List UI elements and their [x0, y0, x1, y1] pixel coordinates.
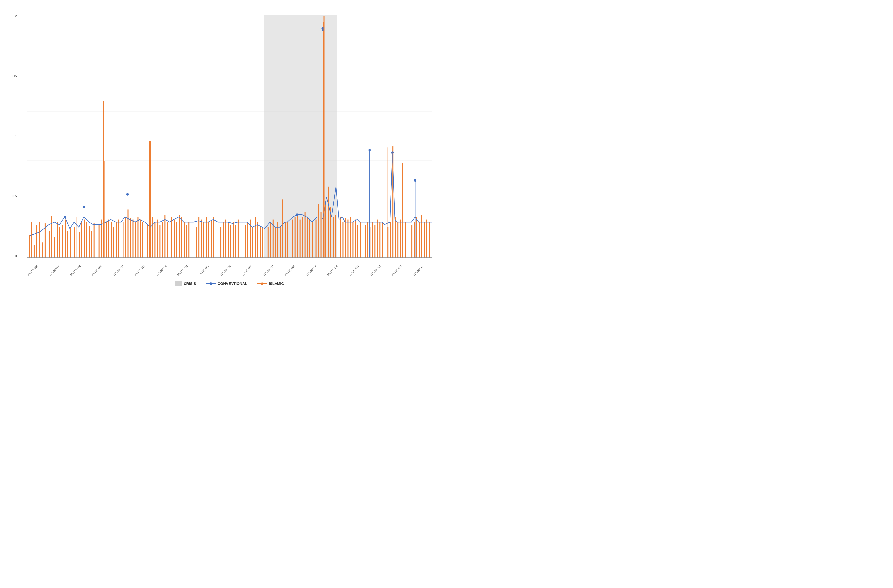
- x-label-2009: 27/12/2009: [305, 260, 321, 276]
- x-label-1997: 27/12/1997: [48, 260, 64, 276]
- svg-rect-60: [176, 222, 177, 257]
- svg-rect-122: [352, 222, 353, 257]
- svg-rect-23: [76, 217, 77, 257]
- svg-rect-125: [360, 222, 361, 257]
- svg-rect-117: [340, 217, 341, 257]
- svg-rect-88: [260, 227, 260, 257]
- y-axis: 0.2 0.15 0.1 0.05 0: [11, 15, 17, 257]
- svg-rect-80: [235, 225, 236, 257]
- x-label-1996: 27/12/1996: [27, 260, 43, 276]
- svg-rect-70: [206, 217, 207, 257]
- svg-rect-101: [297, 215, 298, 257]
- svg-rect-118: [343, 222, 343, 257]
- svg-rect-19: [65, 220, 66, 257]
- y-label-01: 0.1: [12, 134, 17, 138]
- svg-rect-12: [44, 223, 45, 257]
- x-label-2001: 27/12/2001: [134, 260, 150, 276]
- svg-rect-132: [379, 222, 380, 257]
- svg-rect-67: [198, 217, 199, 257]
- conventional-label: CONVENTIONAL: [218, 281, 247, 286]
- svg-rect-66: [196, 227, 197, 257]
- svg-rect-57: [167, 222, 168, 257]
- x-label-1999: 27/12/1999: [91, 260, 107, 276]
- svg-rect-13: [49, 231, 50, 257]
- svg-rect-38: [116, 222, 117, 257]
- x-label-2013: 27/12/2013: [391, 260, 407, 276]
- y-label-015: 0.15: [11, 74, 17, 78]
- svg-rect-48: [142, 222, 143, 257]
- x-axis: 27/12/1996 27/12/1997 27/12/1998 27/12/1…: [27, 274, 432, 277]
- chart-svg: [27, 15, 432, 257]
- svg-rect-149: [428, 222, 430, 257]
- svg-rect-89: [262, 227, 263, 257]
- svg-rect-144: [416, 217, 417, 257]
- svg-rect-45: [135, 222, 136, 257]
- svg-rect-98: [287, 222, 288, 257]
- svg-rect-29: [91, 231, 92, 257]
- svg-rect-8: [33, 245, 35, 257]
- svg-rect-61: [179, 215, 180, 257]
- svg-rect-146: [421, 215, 422, 257]
- svg-rect-72: [210, 221, 212, 257]
- svg-rect-20: [67, 231, 68, 257]
- x-label-2002: 27/12/2002: [155, 260, 171, 276]
- svg-rect-81: [238, 220, 238, 257]
- svg-rect-27: [86, 222, 87, 257]
- svg-rect-87: [257, 222, 258, 257]
- svg-rect-63: [183, 222, 185, 257]
- svg-rect-46: [137, 217, 138, 257]
- svg-rect-24: [79, 232, 80, 257]
- svg-rect-123: [355, 220, 356, 257]
- svg-rect-135: [390, 222, 391, 257]
- chart-legend: CRISIS CONVENTIONAL ISLAMIC: [175, 281, 284, 286]
- svg-rect-56: [164, 215, 165, 257]
- x-label-2007: 27/12/2007: [263, 260, 278, 276]
- svg-rect-86: [255, 217, 256, 257]
- islamic-line-icon: [257, 283, 267, 284]
- svg-rect-95: [280, 227, 281, 257]
- svg-rect-109: [318, 204, 319, 257]
- svg-rect-16: [57, 222, 57, 257]
- svg-rect-26: [84, 220, 85, 257]
- svg-rect-129: [372, 222, 373, 257]
- svg-rect-106: [309, 220, 310, 257]
- svg-rect-112: [325, 204, 326, 257]
- x-label-2014: 27/12/2014: [412, 260, 428, 276]
- svg-rect-138: [397, 222, 398, 257]
- x-label-2010: 27/12/2010: [327, 260, 343, 276]
- svg-rect-25: [81, 222, 82, 257]
- svg-rect-58: [171, 217, 172, 257]
- svg-rect-32: [101, 220, 102, 257]
- svg-point-150: [63, 216, 66, 218]
- islamic-label: ISLAMIC: [269, 281, 284, 286]
- svg-rect-47: [140, 220, 141, 257]
- svg-rect-124: [357, 225, 358, 257]
- svg-rect-141: [405, 222, 406, 257]
- x-label-2005: 27/12/2005: [219, 260, 235, 276]
- svg-rect-83: [247, 222, 248, 257]
- svg-rect-127: [367, 222, 368, 257]
- chart-area: 0.2 0.15 0.1 0.05 0: [27, 15, 432, 257]
- svg-rect-102: [299, 220, 301, 257]
- svg-rect-35: [108, 220, 109, 257]
- svg-point-151: [83, 206, 85, 208]
- chart-container: 0.2 0.15 0.1 0.05 0: [7, 7, 440, 287]
- legend-crisis: CRISIS: [175, 281, 196, 286]
- svg-point-162: [414, 179, 416, 181]
- svg-rect-91: [270, 222, 271, 257]
- svg-rect-64: [186, 225, 187, 257]
- svg-rect-79: [233, 222, 233, 257]
- svg-rect-104: [304, 212, 305, 257]
- svg-rect-143: [414, 222, 415, 257]
- svg-rect-15: [54, 237, 55, 257]
- svg-rect-148: [426, 220, 427, 257]
- svg-rect-6: [29, 235, 30, 257]
- svg-rect-30: [93, 223, 95, 257]
- x-label-2000: 27/12/2000: [113, 260, 128, 276]
- svg-rect-139: [400, 220, 401, 257]
- svg-rect-110: [320, 212, 321, 257]
- y-label-02: 0.2: [12, 15, 17, 18]
- svg-rect-93: [275, 227, 276, 257]
- svg-rect-130: [374, 225, 376, 257]
- svg-rect-69: [203, 222, 204, 257]
